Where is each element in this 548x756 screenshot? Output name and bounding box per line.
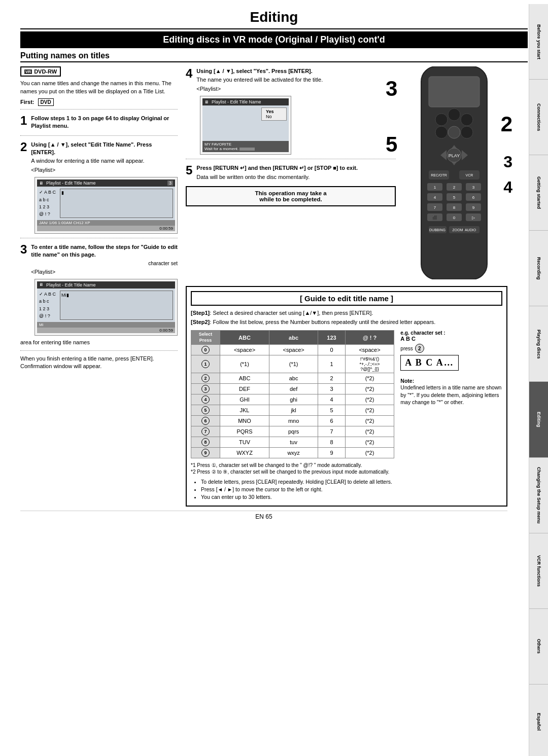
svg-text:DUBBING: DUBBING <box>429 228 446 232</box>
svg-text:ZOOM: ZOOM <box>453 228 463 232</box>
table-row: 1 (*1) (*1) 1 !"#$%&'()*+,-./:;<=>?@[]^_… <box>191 355 394 373</box>
svg-text:▷: ▷ <box>472 215 475 220</box>
screen-mockup-3: 🖥 Playlist - Edit Title Name Yes No <box>200 96 291 155</box>
svg-point-3 <box>448 109 460 121</box>
svg-text:4: 4 <box>434 195 436 200</box>
remote-step-4: 4 <box>503 178 512 197</box>
sidebar-tab-setup[interactable]: Changing the Setup menu <box>529 458 548 533</box>
svg-text:1: 1 <box>434 185 436 190</box>
remote-step-2: 2 <box>501 112 512 136</box>
svg-text:2: 2 <box>453 185 456 190</box>
step-4-instruction-normal: The name you entered will be activated f… <box>196 76 323 84</box>
svg-text:9: 9 <box>472 205 475 210</box>
table-row: 9 WXYZ wxyz 9 (*2) <box>191 448 394 458</box>
table-row: 3 DEF def 3 (*2) <box>191 384 394 394</box>
guide-step2: [Step2]: Follow the list below, press th… <box>191 319 502 325</box>
step-2-instruction-bold: Using [▲ / ▼], select "Edit Title Name".… <box>31 141 178 157</box>
warning-box: This operation may take a while to be co… <box>186 186 396 206</box>
svg-point-5 <box>435 126 448 138</box>
step-4-number: 4 <box>186 66 192 81</box>
guide-step1: [Step1]: Select a desired character set … <box>191 310 502 316</box>
svg-point-6 <box>448 126 460 138</box>
screen-mockup-2: 🖥 Playlist - Edit Title Name ✓ A B C a b… <box>35 279 178 336</box>
step-4-instruction-bold: Using [▲ / ▼], select "Yes". Press [ENTE… <box>196 67 323 75</box>
step-1-block: 1 Follow steps 1 to 3 on page 64 to disp… <box>20 114 178 131</box>
table-row: 0 <space> <space> 0 <space> <box>191 345 394 355</box>
table-row: 6 MNO mno 6 (*2) <box>191 416 394 426</box>
step-5-instruction-normal: Data will be written onto the disc momen… <box>196 173 358 181</box>
char-example-box: e.g. character set : A B C press 2 A B C… <box>400 330 502 371</box>
table-row: 7 PQRS pqrs 7 (*2) <box>191 426 394 437</box>
step-4-block: 4 Using [▲ / ▼], select "Yes". Press [EN… <box>186 66 396 155</box>
sidebar-tab-before[interactable]: Before you start <box>529 4 548 80</box>
note-box: Note: Undefined letters in a title name … <box>400 378 502 406</box>
table-row: 8 TUV tuv 8 (*2) <box>191 437 394 448</box>
remote-step-5: 5 <box>386 132 397 157</box>
svg-text:3: 3 <box>472 185 475 190</box>
table-row: 5 JKL jkl 5 (*2) <box>191 405 394 416</box>
sidebar-tab-getting-started[interactable]: Getting started <box>529 155 548 231</box>
sidebar-tab-espanol[interactable]: Español <box>529 685 548 756</box>
svg-rect-1 <box>429 77 480 107</box>
svg-text:8: 8 <box>453 205 456 210</box>
table-row: 4 GHI ghi 4 (*2) <box>191 394 394 405</box>
guide-box: [ Guide to edit title name ] [Step1]: Se… <box>186 286 507 507</box>
area-label: area for entering title names <box>20 339 178 346</box>
page-title: Editing <box>20 4 528 29</box>
svg-text:0: 0 <box>453 215 456 220</box>
svg-text:AUDIO: AUDIO <box>465 228 476 232</box>
sidebar-tab-playing[interactable]: Playing discs <box>529 306 548 382</box>
table-row: 2 ABC abc 2 (*2) <box>191 373 394 384</box>
step-2-block: 2 Using [▲ / ▼], select "Edit Title Name… <box>20 140 178 234</box>
step-5-number: 5 <box>186 163 192 177</box>
subsection-header: Putting names on titles <box>20 51 528 62</box>
step-4-sublabel: <Playlist> <box>196 85 323 93</box>
sidebar-tab-editing[interactable]: Editing <box>529 382 548 457</box>
sidebar-tab-vcr[interactable]: VCR functions <box>529 533 548 609</box>
sidebar-tab-recording[interactable]: Recording <box>529 231 548 306</box>
step-3-instruction: To enter a title name, follow the steps … <box>31 243 178 259</box>
page-number: EN 65 <box>20 511 507 522</box>
step-5-instruction-bold: Press [RETURN ↵] and then [RETURN ↵] or … <box>196 164 358 172</box>
step-3-block: 3 To enter a title name, follow the step… <box>20 242 178 346</box>
guide-table-section: SelectPress ABC abc 123 @ ! ? <box>191 330 502 458</box>
step-5-block: 5 Press [RETURN ↵] and then [RETURN ↵] o… <box>186 163 396 182</box>
sidebar-tabs: Before you start Connections Getting sta… <box>529 4 548 756</box>
guide-box-title: [ Guide to edit title name ] <box>191 291 502 306</box>
svg-point-2 <box>435 114 448 126</box>
char-table: SelectPress ABC abc 123 @ ! ? <box>191 330 394 458</box>
svg-point-7 <box>461 126 473 138</box>
bullet-notes: To delete letters, press [CLEAR] repeate… <box>191 479 502 500</box>
step-3-charsetlabel: character set <box>31 260 178 267</box>
svg-point-4 <box>461 114 473 126</box>
footnotes: *1 Press ①, character set will be change… <box>191 462 502 475</box>
step-3-playlistlabel: <Playlist> <box>31 268 178 276</box>
svg-text:7: 7 <box>434 205 436 210</box>
intro-text: You can name titles and change the names… <box>20 80 178 96</box>
svg-text:VCR: VCR <box>466 173 473 177</box>
step-1-instruction: Follow steps 1 to 3 on page 64 to displa… <box>31 115 178 130</box>
step-2-sublabel: <Playlist> <box>31 166 178 174</box>
svg-text:PLAY: PLAY <box>449 153 460 158</box>
step-3-number: 3 <box>20 242 27 257</box>
sidebar-tab-connections[interactable]: Connections <box>529 80 548 155</box>
svg-text:REC/OTR: REC/OTR <box>431 173 447 177</box>
remote-image: PLAY REC/OTR VCR 1 2 3 <box>406 66 502 279</box>
screen-mockup-1: 🖥 Playlist - Edit Title Name 3 ✓ A B C a… <box>35 177 178 234</box>
remote-step-3: 3 <box>386 77 397 101</box>
step-1-number: 1 <box>20 114 27 128</box>
section-header: Editing discs in VR mode (Original / Pla… <box>20 31 528 48</box>
dvd-badge: VR DVD-RW <box>20 66 61 77</box>
finish-text: When you finish entering a title name, p… <box>20 355 178 371</box>
first-label: First: DVD <box>20 99 178 105</box>
step-2-instruction-normal: A window for entering a title name will … <box>31 157 178 165</box>
sidebar-tab-others[interactable]: Others <box>529 609 548 685</box>
step-2-number: 2 <box>20 140 27 154</box>
svg-text:5: 5 <box>453 195 456 200</box>
svg-text:⬛: ⬛ <box>432 215 437 220</box>
svg-text:6: 6 <box>472 195 475 200</box>
remote-step-3b: 3 <box>503 153 512 171</box>
